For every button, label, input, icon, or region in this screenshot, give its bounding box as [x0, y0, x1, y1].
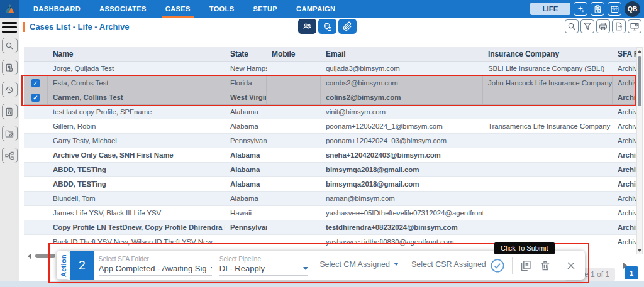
horizontal-scroll-thumb[interactable] — [35, 254, 55, 258]
scroll-down-icon[interactable] — [637, 247, 642, 253]
filter-icon[interactable] — [580, 19, 594, 33]
close-icon[interactable] — [565, 259, 577, 272]
sparkles-icon[interactable] — [574, 2, 587, 16]
cell-email[interactable]: bimsymqa2018@gmail.com — [321, 180, 483, 188]
nav-item-tools[interactable]: TOOLS — [200, 0, 244, 18]
cell-state[interactable]: Hawaii — [225, 209, 267, 217]
table-row[interactable]: Archive Only Case, SNH First Name Alabam… — [24, 148, 636, 163]
page-1-button[interactable]: 1 — [625, 266, 638, 279]
cell-sfa[interactable]: Archiv — [613, 238, 636, 246]
cell-state[interactable]: Alabama — [225, 166, 267, 173]
column-header-name[interactable]: Name — [48, 50, 225, 58]
cell-sfa[interactable]: Archiv — [613, 224, 636, 231]
cell-email[interactable]: colins2@bimsym.com — [321, 90, 483, 104]
life-module-button[interactable]: LIFE — [530, 3, 570, 15]
cell-sfa[interactable]: Archiv — [613, 108, 636, 116]
table-row[interactable]: James Life YSV, Black III Life YSV Hawai… — [24, 206, 636, 220]
cell-company[interactable] — [483, 90, 613, 104]
clipboard-add-icon[interactable] — [591, 2, 604, 16]
cell-name[interactable]: Gillern, Robin — [48, 122, 225, 130]
table-row[interactable]: Copy Profile LN TestDnew, Copy Profile D… — [24, 220, 636, 235]
cell-sfa[interactable]: Archiv — [613, 76, 636, 90]
cell-state[interactable]: Alabama — [225, 108, 267, 116]
cell-sfa[interactable]: Archiv — [613, 180, 636, 188]
cell-name[interactable]: Carmen, Collins Test — [48, 90, 225, 104]
cell-company[interactable]: John Hancock Life Insurance Company USA — [483, 76, 613, 90]
table-row[interactable]: Jorge, Quijada Test New Hampshire quijad… — [24, 62, 636, 76]
cell-name[interactable]: test last copy Profile, SPFname — [48, 108, 225, 116]
cell-name[interactable]: Archive Only Case, SNH First Name — [48, 151, 225, 159]
document-preview-icon[interactable] — [2, 104, 18, 119]
display-settings-icon[interactable] — [628, 19, 641, 33]
cell-sfa[interactable]: Archiv — [613, 122, 636, 130]
cell-email[interactable]: testdhirendra+08232024@bimsym.com — [321, 224, 483, 231]
user-avatar[interactable]: QB — [625, 1, 640, 17]
attachment-icon[interactable] — [338, 19, 357, 34]
cell-state[interactable]: Alabama — [225, 195, 267, 202]
cell-email[interactable]: yashasvee+idtheft0830@agentfront.com — [321, 238, 483, 246]
pipeline-dropdown[interactable]: Select Pipeline DI - Reapply — [219, 251, 308, 280]
cell-company[interactable]: Transamerica Life Insurance Company — [483, 122, 613, 130]
cell-company[interactable]: SBLI Life Insurance Company (SBLI) — [483, 65, 613, 72]
scroll-left-icon[interactable] — [28, 253, 31, 259]
nav-item-associates[interactable]: ASSOCIATES — [90, 0, 156, 18]
cell-email[interactable]: poonam+12042024_03@bimsym.com — [321, 137, 483, 144]
cell-name[interactable]: ABDD, TESTing — [48, 180, 225, 188]
cell-state[interactable]: New Hampshire — [225, 65, 267, 72]
table-row[interactable]: Esta, Combs Test Florida combs2@bimsym.c… — [24, 76, 636, 90]
cell-email[interactable]: naman@bimsym.com — [321, 195, 483, 202]
cell-mobile[interactable] — [267, 90, 321, 104]
export-icon[interactable] — [612, 19, 626, 33]
print-icon[interactable] — [596, 19, 610, 33]
workflow-icon[interactable] — [2, 148, 18, 163]
cell-sfa[interactable]: Archiv — [613, 151, 636, 159]
associates-icon[interactable] — [298, 19, 316, 34]
cell-name[interactable]: Copy Profile LN TestDnew, Copy Profile D… — [48, 224, 225, 231]
submit-check-icon[interactable] — [489, 257, 506, 274]
sfa-folder-dropdown[interactable]: Select SFA Folder App Completed - Awaiti… — [99, 251, 212, 280]
history-icon[interactable] — [2, 82, 18, 97]
table-row[interactable]: Garry Testy, Michael Pennsylvania poonam… — [24, 134, 636, 148]
cell-email[interactable]: combs2@bimsym.com — [321, 76, 483, 90]
copy-icon[interactable] — [519, 259, 533, 273]
column-header-sfa-folder[interactable]: SFA F — [613, 50, 636, 58]
calendar-icon[interactable] — [608, 2, 621, 16]
cell-sfa[interactable]: Archiv — [613, 65, 636, 72]
nav-item-setup[interactable]: SETUP — [243, 0, 287, 18]
cell-email[interactable]: sneha+1204202403@bimsym.com — [321, 151, 483, 159]
row-checkbox[interactable] — [31, 94, 40, 102]
row-checkbox[interactable] — [31, 79, 40, 87]
scroll-up-icon[interactable] — [637, 48, 642, 55]
cell-state[interactable]: Alabama — [225, 151, 267, 159]
cell-state[interactable]: Pennsylvania — [225, 137, 267, 144]
cell-state[interactable]: Alabama — [225, 122, 267, 130]
cell-name[interactable]: Blundell, Tom — [48, 195, 225, 202]
cell-sfa[interactable]: Archiv — [613, 90, 636, 104]
column-header-mobile[interactable]: Mobile — [267, 50, 321, 58]
cell-name[interactable]: Garry Testy, Michael — [48, 137, 225, 144]
cm-assigned-dropdown[interactable]: Select CM Assigned — [319, 251, 399, 280]
cell-email[interactable]: bimsymqa2018@gmail.com — [321, 166, 483, 173]
search-icon[interactable] — [565, 19, 579, 33]
note-add-icon[interactable] — [2, 60, 18, 75]
table-row[interactable]: test last copy Profile, SPFname Alabama … — [24, 105, 636, 119]
table-row[interactable]: Blundell, Tom Alabama naman@bimsym.com A… — [24, 192, 636, 206]
cell-email[interactable]: yashasvee+05IDtheftevelife07312024@agent… — [321, 209, 483, 217]
cell-sfa[interactable]: Archiv — [613, 166, 636, 173]
vertical-scrollbar[interactable] — [636, 47, 643, 254]
search-icon[interactable] — [2, 38, 18, 53]
app-logo[interactable] — [0, 0, 19, 18]
nav-item-dashboard[interactable]: DASHBOARD — [24, 0, 90, 18]
table-row[interactable]: ABDD, TESTing Alabama bimsymqa2018@gmail… — [24, 163, 636, 177]
table-row[interactable]: Carmen, Collins Test West Virginia colin… — [24, 90, 636, 105]
cell-name[interactable]: Jorge, Quijada Test — [48, 65, 225, 72]
table-row[interactable]: ABDD, TESTing Alabama bimsymqa2018@gmail… — [24, 177, 636, 192]
cell-state[interactable]: Florida — [225, 76, 267, 90]
cell-email[interactable]: vinit@bimsym.com — [321, 108, 483, 116]
cell-name[interactable]: Esta, Combs Test — [48, 76, 225, 90]
cell-sfa[interactable]: Archiv — [613, 195, 636, 202]
delete-icon[interactable] — [539, 259, 552, 272]
cell-state[interactable]: Alabama — [225, 180, 267, 188]
cell-state[interactable]: West Virginia — [225, 90, 267, 104]
column-header-insurance-company[interactable]: Insurance Company — [483, 50, 613, 58]
